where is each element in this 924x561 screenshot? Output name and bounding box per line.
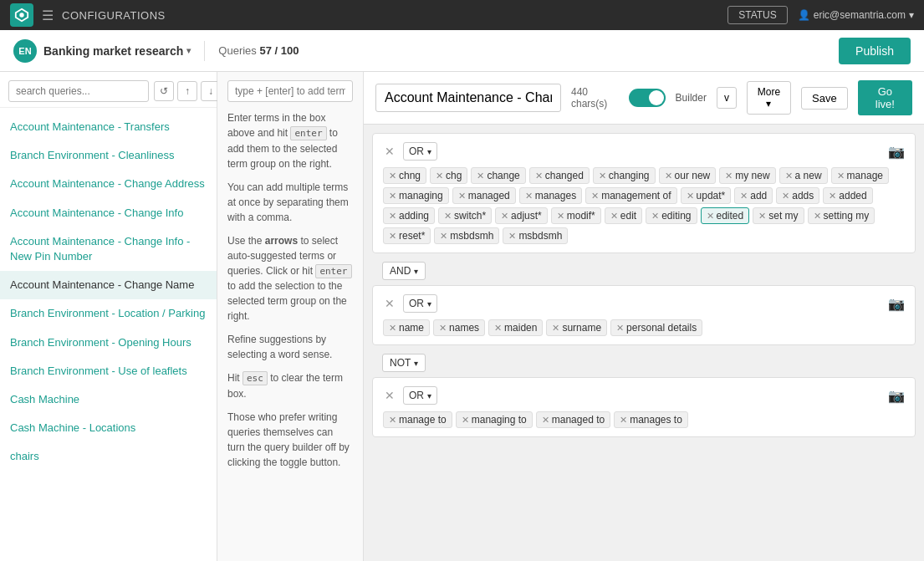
sidebar-item[interactable]: Account Maintenance - Change Info - New …: [0, 227, 217, 271]
tag-remove-icon[interactable]: ✕: [837, 171, 845, 181]
query-title-input[interactable]: [375, 84, 561, 112]
camera-icon[interactable]: 📷: [888, 296, 905, 312]
tag-remove-icon[interactable]: ✕: [610, 211, 618, 222]
tag-remove-icon[interactable]: ✕: [462, 415, 469, 426]
tag-remove-icon[interactable]: ✕: [616, 323, 624, 334]
tag[interactable]: ✕adjust*: [495, 207, 548, 224]
arrow-up-button[interactable]: ↑: [177, 81, 197, 101]
sidebar-item[interactable]: Branch Environment - Opening Hours: [0, 329, 217, 357]
tag-remove-icon[interactable]: ✕: [389, 191, 396, 201]
tag-remove-icon[interactable]: ✕: [785, 171, 793, 181]
golive-button[interactable]: Go live!: [858, 80, 912, 115]
tag-remove-icon[interactable]: ✕: [707, 211, 714, 222]
tag-remove-icon[interactable]: ✕: [477, 171, 484, 181]
tag-remove-icon[interactable]: ✕: [591, 191, 599, 201]
tag[interactable]: ✕set my: [753, 207, 804, 224]
tag[interactable]: ✕editing: [646, 207, 697, 224]
tag[interactable]: ✕reset*: [383, 227, 431, 244]
v-button[interactable]: v: [717, 87, 737, 109]
sidebar-item[interactable]: Cash Machine - Locations: [0, 414, 217, 442]
tag-remove-icon[interactable]: ✕: [687, 191, 694, 201]
tag[interactable]: ✕names: [433, 319, 485, 336]
tag[interactable]: ✕switch*: [438, 207, 492, 224]
sidebar-item[interactable]: Branch Environment - Location / Parking: [0, 299, 217, 328]
tag-remove-icon[interactable]: ✕: [814, 211, 821, 222]
tag-remove-icon[interactable]: ✕: [436, 171, 443, 181]
tag-remove-icon[interactable]: ✕: [440, 231, 447, 242]
tag[interactable]: ✕updat*: [681, 187, 732, 204]
sidebar-item[interactable]: Account Maintenance - Change Address: [0, 170, 217, 198]
tag-remove-icon[interactable]: ✕: [389, 211, 396, 222]
tag[interactable]: ✕management of: [585, 187, 676, 204]
tag-remove-icon[interactable]: ✕: [782, 191, 789, 201]
operator-select[interactable]: OR ▾: [403, 142, 437, 161]
tag[interactable]: ✕chng: [383, 167, 426, 184]
operator-select[interactable]: OR ▾: [403, 386, 437, 405]
remove-group-button[interactable]: ✕: [383, 145, 396, 158]
tag-remove-icon[interactable]: ✕: [740, 191, 748, 201]
tag[interactable]: ✕managing: [383, 187, 449, 204]
tag[interactable]: ✕our new: [659, 167, 717, 184]
tag-remove-icon[interactable]: ✕: [508, 231, 516, 242]
tag[interactable]: ✕chg: [430, 167, 467, 184]
tag-remove-icon[interactable]: ✕: [651, 211, 659, 222]
operator-select[interactable]: OR ▾: [403, 294, 437, 313]
tag[interactable]: ✕change: [471, 167, 525, 184]
tag[interactable]: ✕setting my: [808, 207, 876, 224]
tag[interactable]: ✕changed: [529, 167, 590, 184]
tag-remove-icon[interactable]: ✕: [389, 415, 396, 426]
tag[interactable]: ✕edit: [605, 207, 642, 224]
tag-remove-icon[interactable]: ✕: [389, 171, 396, 181]
sidebar-item[interactable]: Cash Machine: [0, 385, 217, 414]
tag[interactable]: ✕manage to: [383, 411, 452, 428]
toggle-switch[interactable]: [629, 89, 666, 107]
tag-remove-icon[interactable]: ✕: [620, 415, 627, 426]
tag-remove-icon[interactable]: ✕: [501, 211, 508, 222]
tag[interactable]: ✕a new: [779, 167, 828, 184]
tag[interactable]: ✕managed to: [536, 411, 610, 428]
tag[interactable]: ✕adding: [383, 207, 435, 224]
connector-select[interactable]: NOT ▾: [382, 354, 426, 372]
camera-icon[interactable]: 📷: [888, 144, 905, 160]
status-button[interactable]: STATUS: [727, 6, 788, 24]
search-input[interactable]: [8, 80, 149, 102]
tag-remove-icon[interactable]: ✕: [665, 171, 672, 181]
tag[interactable]: ✕added: [823, 187, 872, 204]
tag[interactable]: ✕maiden: [488, 319, 543, 336]
tag-remove-icon[interactable]: ✕: [439, 323, 447, 334]
tag[interactable]: ✕managing to: [456, 411, 533, 428]
tag[interactable]: ✕modif*: [551, 207, 601, 224]
sidebar-item[interactable]: chairs: [0, 442, 217, 471]
tag-remove-icon[interactable]: ✕: [535, 171, 543, 181]
sidebar-item[interactable]: Account Maintenance - Transfers: [0, 113, 217, 141]
project-selector[interactable]: Banking market research ▾: [43, 44, 191, 58]
save-button[interactable]: Save: [801, 87, 848, 110]
user-menu[interactable]: eric@semantria.com ▾: [798, 9, 914, 21]
tag-remove-icon[interactable]: ✕: [829, 191, 836, 201]
tag-remove-icon[interactable]: ✕: [552, 323, 559, 334]
sidebar-item[interactable]: Account Maintenance - Change Name: [0, 271, 217, 299]
sidebar-item[interactable]: Branch Environment - Cleanliness: [0, 141, 217, 170]
tag[interactable]: ✕my new: [719, 167, 775, 184]
hamburger-icon[interactable]: ☰: [42, 8, 54, 23]
tag-remove-icon[interactable]: ✕: [389, 231, 396, 242]
tag[interactable]: ✕manages to: [614, 411, 688, 428]
tag-remove-icon[interactable]: ✕: [444, 211, 452, 222]
tag-remove-icon[interactable]: ✕: [557, 211, 564, 222]
tag[interactable]: ✕edited: [701, 207, 750, 224]
tag[interactable]: ✕managed: [452, 187, 516, 204]
tag-remove-icon[interactable]: ✕: [599, 171, 606, 181]
tag-remove-icon[interactable]: ✕: [525, 191, 533, 201]
remove-group-button[interactable]: ✕: [383, 389, 396, 402]
refresh-button[interactable]: ↺: [154, 81, 174, 101]
remove-group-button[interactable]: ✕: [383, 297, 396, 310]
publish-button[interactable]: Publish: [839, 38, 911, 64]
tag-remove-icon[interactable]: ✕: [725, 171, 733, 181]
tag[interactable]: ✕manage: [831, 167, 889, 184]
term-input[interactable]: [227, 80, 353, 102]
sidebar-item[interactable]: Account Maintenance - Change Info: [0, 199, 217, 227]
tag[interactable]: ✕msbdsmh: [434, 227, 499, 244]
tag[interactable]: ✕surname: [546, 319, 607, 336]
tag[interactable]: ✕adds: [776, 187, 819, 204]
tag[interactable]: ✕msbdsmh: [503, 227, 568, 244]
